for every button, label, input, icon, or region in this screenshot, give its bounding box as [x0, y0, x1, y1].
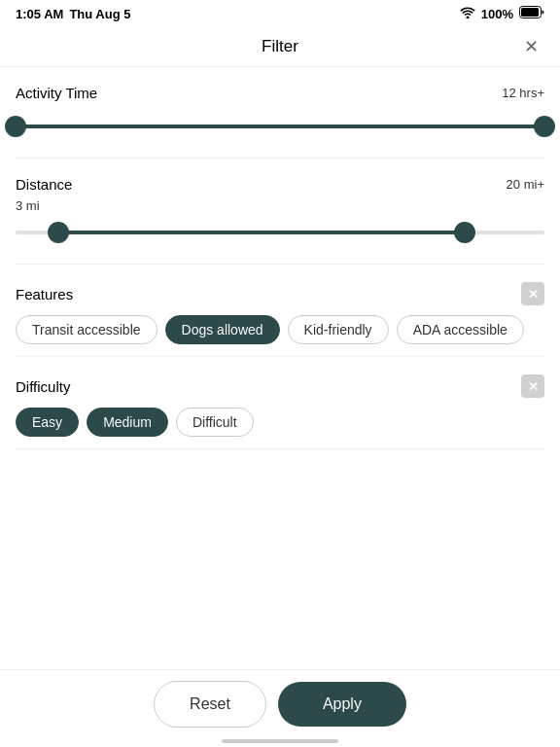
- features-header: Features ✕: [16, 282, 544, 305]
- features-chips: Transit accessible Dogs allowed Kid-frie…: [16, 315, 544, 344]
- status-right: 100%: [460, 6, 544, 21]
- chip-dogs-allowed[interactable]: Dogs allowed: [165, 315, 280, 344]
- filter-content: Activity Time 12 hrs+ Distance 20 mi+ 3 …: [0, 67, 560, 660]
- activity-time-section: Activity Time 12 hrs+: [16, 67, 544, 159]
- distance-fill: [58, 231, 466, 234]
- features-label: Features: [16, 286, 73, 302]
- wifi-icon: [460, 7, 475, 21]
- activity-time-slider[interactable]: [16, 107, 544, 146]
- chip-ada-accessible[interactable]: ADA accessible: [397, 315, 524, 344]
- features-section: Features ✕ Transit accessible Dogs allow…: [16, 265, 544, 357]
- reset-button[interactable]: Reset: [154, 681, 266, 728]
- chip-difficult[interactable]: Difficult: [176, 408, 254, 437]
- status-time: 1:05 AM: [16, 7, 63, 21]
- distance-thumb-left[interactable]: [48, 222, 69, 243]
- activity-time-thumb-left[interactable]: [5, 116, 26, 137]
- activity-time-label: Activity Time: [16, 85, 97, 101]
- chip-medium[interactable]: Medium: [87, 408, 168, 437]
- activity-time-fill: [16, 124, 544, 128]
- difficulty-clear-button[interactable]: ✕: [521, 374, 544, 398]
- battery-icon: [519, 6, 544, 21]
- distance-section: Distance 20 mi+ 3 mi: [16, 159, 544, 265]
- distance-slider[interactable]: [16, 213, 544, 252]
- chip-transit-accessible[interactable]: Transit accessible: [16, 315, 158, 344]
- distance-label: Distance: [16, 176, 72, 193]
- battery-percent: 100%: [481, 7, 513, 21]
- difficulty-header: Difficulty ✕: [16, 374, 544, 398]
- activity-time-max: 12 hrs+: [502, 86, 544, 100]
- distance-track: [16, 231, 544, 234]
- filter-header: Filter ✕: [0, 27, 560, 67]
- close-button[interactable]: ✕: [517, 33, 544, 60]
- distance-header: Distance 20 mi+: [16, 176, 544, 193]
- status-date: Thu Aug 5: [69, 7, 130, 21]
- chip-easy[interactable]: Easy: [16, 408, 79, 437]
- distance-thumb-right[interactable]: [454, 222, 475, 243]
- apply-button[interactable]: Apply: [278, 682, 406, 727]
- distance-max: 20 mi+: [507, 177, 544, 192]
- distance-min-value: 3 mi: [16, 198, 40, 213]
- status-bar: 1:05 AM Thu Aug 5 100%: [0, 0, 560, 27]
- features-clear-button[interactable]: ✕: [521, 282, 544, 305]
- chip-kid-friendly[interactable]: Kid-friendly: [288, 315, 389, 344]
- home-indicator: [222, 739, 338, 743]
- difficulty-chips: Easy Medium Difficult: [16, 408, 544, 437]
- bottom-bar: Reset Apply: [0, 669, 560, 747]
- difficulty-section: Difficulty ✕ Easy Medium Difficult: [16, 357, 544, 449]
- activity-time-header: Activity Time 12 hrs+: [16, 85, 544, 101]
- activity-time-thumb-right[interactable]: [534, 116, 555, 137]
- header-title: Filter: [262, 37, 298, 56]
- activity-time-track: [16, 124, 544, 128]
- svg-rect-1: [521, 8, 539, 17]
- difficulty-label: Difficulty: [16, 378, 70, 395]
